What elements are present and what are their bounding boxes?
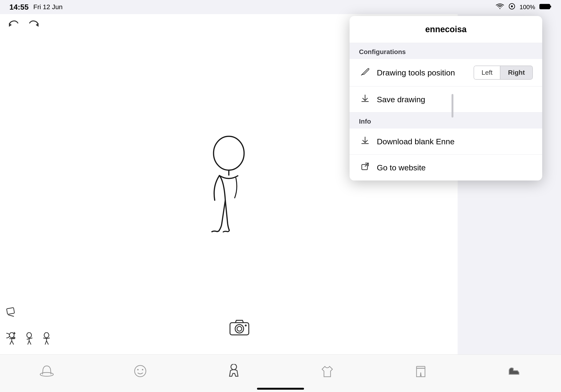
- go-to-website-row[interactable]: Go to website: [350, 155, 542, 181]
- svg-point-31: [40, 372, 53, 376]
- tab-bar-indicator: [257, 388, 304, 390]
- left-toggle[interactable]: Left: [474, 66, 500, 79]
- tab-body[interactable]: [226, 364, 241, 378]
- svg-point-28: [235, 325, 244, 333]
- pose-variants: [5, 332, 54, 350]
- stickman-figure: [191, 134, 266, 234]
- save-drawing-row[interactable]: Save drawing: [350, 87, 542, 113]
- svg-rect-2: [540, 4, 550, 9]
- download-blank-label: Download blank Enne: [377, 137, 533, 146]
- svg-point-21: [44, 333, 49, 338]
- svg-marker-7: [36, 23, 39, 27]
- undo-button[interactable]: [7, 19, 20, 34]
- redo-button[interactable]: [27, 19, 40, 34]
- svg-rect-8: [7, 308, 15, 315]
- pose-variant-2[interactable]: [22, 332, 36, 350]
- svg-line-13: [10, 341, 12, 345]
- tool-stamp[interactable]: [5, 306, 18, 322]
- undo-redo-container: [7, 19, 40, 34]
- svg-line-18: [29, 338, 32, 339]
- settings-popup: ennecoisa Configurations Drawing tools p…: [350, 16, 542, 181]
- status-bar: 14:55 Fri 12 Jun 100%: [0, 0, 561, 14]
- info-label: Info: [359, 118, 371, 125]
- svg-marker-6: [9, 23, 12, 27]
- popup-header: ennecoisa: [350, 16, 542, 43]
- save-drawing-label: Save drawing: [377, 95, 533, 104]
- download-icon: [359, 135, 371, 148]
- battery-percent: 100%: [520, 3, 535, 11]
- right-toggle[interactable]: Right: [500, 66, 532, 79]
- svg-point-10: [9, 333, 14, 338]
- configurations-label: Configurations: [359, 48, 406, 55]
- svg-point-33: [137, 369, 139, 370]
- camera-button[interactable]: [229, 318, 250, 340]
- tab-hat[interactable]: [39, 364, 54, 378]
- tab-shoes[interactable]: [507, 364, 522, 378]
- battery-icon: [539, 3, 552, 11]
- wifi-icon: [496, 3, 504, 11]
- svg-point-34: [142, 369, 143, 370]
- svg-point-30: [245, 325, 247, 327]
- svg-point-15: [27, 333, 32, 338]
- status-time: 14:55: [9, 3, 29, 11]
- scroll-handle: [452, 94, 453, 118]
- pose-variant-3[interactable]: [40, 332, 54, 350]
- tab-face[interactable]: [133, 364, 148, 378]
- svg-line-20: [29, 341, 31, 345]
- svg-line-14: [12, 341, 14, 345]
- drawing-tools-label: Drawing tools position: [377, 68, 468, 77]
- save-icon: [359, 93, 371, 106]
- svg-line-37: [361, 75, 362, 75]
- configurations-section-header: Configurations: [350, 43, 542, 59]
- svg-line-23: [43, 338, 46, 339]
- tab-pants[interactable]: [413, 364, 428, 378]
- svg-rect-3: [550, 6, 551, 8]
- svg-point-29: [237, 327, 242, 331]
- tab-shirt[interactable]: [320, 364, 335, 378]
- status-right: 100%: [496, 3, 552, 11]
- position-toggle-group: Left Right: [474, 65, 533, 80]
- target-icon: [508, 3, 515, 11]
- svg-point-32: [135, 365, 146, 377]
- svg-line-19: [28, 341, 29, 345]
- svg-line-24: [46, 338, 50, 339]
- status-date: Fri 12 Jun: [33, 3, 63, 11]
- download-blank-row[interactable]: Download blank Enne: [350, 129, 542, 155]
- svg-point-35: [231, 364, 237, 370]
- drawing-tools-position-row: Drawing tools position Left Right: [350, 59, 542, 87]
- popup-title: ennecoisa: [425, 24, 466, 34]
- svg-line-25: [45, 341, 46, 345]
- pen-icon: [359, 66, 371, 79]
- svg-line-9: [9, 315, 14, 316]
- svg-point-4: [214, 136, 244, 170]
- svg-line-26: [46, 341, 48, 345]
- external-link-icon: [359, 161, 371, 174]
- tab-bar: [0, 354, 561, 392]
- info-section-header: Info: [350, 113, 542, 129]
- pose-variant-1[interactable]: [5, 332, 19, 350]
- svg-point-1: [511, 5, 513, 7]
- go-to-website-label: Go to website: [377, 163, 533, 172]
